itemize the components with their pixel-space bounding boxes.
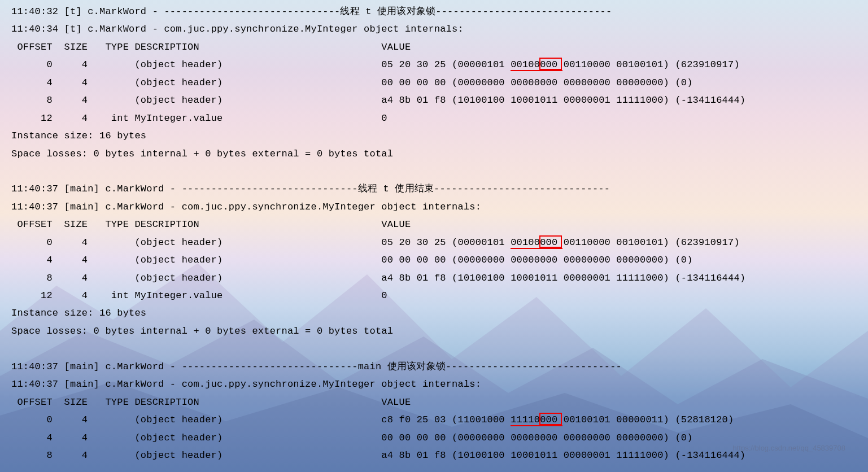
log-footer-line: Space losses: 0 bytes internal + 0 bytes… [11,322,857,340]
memory-row: 12 4 int MyInteger.value 0 [11,110,857,127]
memory-row: 8 4 (object header) a4 8b 01 f8 (1010010… [11,269,857,287]
red-highlight-box [539,58,562,70]
memory-row: 12 4 int MyInteger.value 0 [11,287,857,304]
memory-row: 0 4 (object header) c8 f0 25 03 (1100100… [11,411,857,429]
red-underline [511,70,562,71]
log-footer-line: Instance size: 16 bytes [11,304,857,322]
memory-row: 4 4 (object header) 00 00 00 00 (0000000… [11,429,857,447]
log-header-line: 11:40:34 [t] c.MarkWord - com.juc.ppy.sy… [11,20,857,38]
log-header-line: 11:40:37 [main] c.MarkWord - -----------… [11,180,857,198]
blank-line [11,163,857,180]
log-header-line: 11:40:32 [t] c.MarkWord - --------------… [11,3,857,20]
log-header-line: OFFSET SIZE TYPE DESCRIPTION VALUE [11,38,857,56]
memory-row: 8 4 (object header) a4 8b 01 f8 (1010010… [11,447,857,464]
red-underline [511,425,562,426]
log-header-line: 11:40:37 [main] c.MarkWord - com.juc.ppy… [11,198,857,216]
log-header-line: 11:40:37 [main] c.MarkWord - -----------… [11,358,857,375]
red-highlight-box [539,235,562,248]
log-footer-line: Space losses: 0 bytes internal + 0 bytes… [11,145,857,163]
log-header-line: 11:40:37 [main] c.MarkWord - com.juc.ppy… [11,375,857,393]
memory-row: 4 4 (object header) 00 00 00 00 (0000000… [11,74,857,91]
memory-row: 0 4 (object header) 05 20 30 25 (0000010… [11,234,857,251]
memory-row: 0 4 (object header) 05 20 30 25 (0000010… [11,56,857,73]
log-header-line: OFFSET SIZE TYPE DESCRIPTION VALUE [11,394,857,411]
log-header-line: OFFSET SIZE TYPE DESCRIPTION VALUE [11,216,857,233]
memory-row: 4 4 (object header) 00 00 00 00 (0000000… [11,251,857,269]
memory-row: 8 4 (object header) a4 8b 01 f8 (1010010… [11,91,857,109]
log-footer-line: Instance size: 16 bytes [11,127,857,145]
red-underline [511,248,562,249]
red-highlight-box [539,413,562,425]
console-output: 11:40:32 [t] c.MarkWord - --------------… [11,3,857,464]
blank-line [11,340,857,357]
